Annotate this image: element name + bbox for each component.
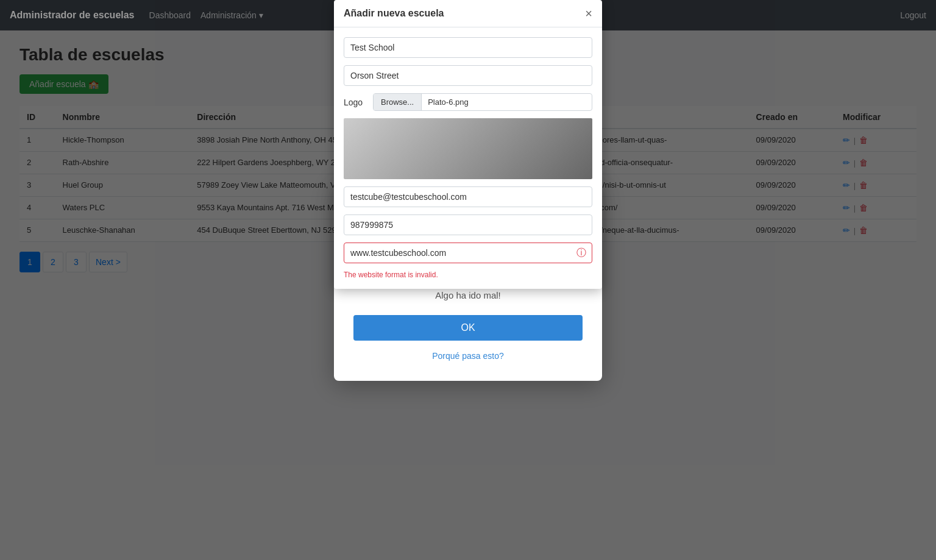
image-preview bbox=[344, 118, 592, 179]
url-error-icon: ⓘ bbox=[576, 247, 586, 260]
phone-input[interactable] bbox=[344, 214, 592, 235]
website-error-text: The website format is invalid. bbox=[344, 271, 592, 279]
logo-row: Logo Browse... Plato-6.png bbox=[344, 93, 592, 111]
phone-field bbox=[344, 214, 592, 235]
email-input[interactable] bbox=[344, 186, 592, 207]
school-name-input[interactable] bbox=[344, 37, 592, 58]
form-modal-title: Añadir nueva escuela bbox=[344, 8, 444, 19]
form-modal-close-button[interactable]: × bbox=[585, 7, 592, 19]
email-field bbox=[344, 186, 592, 207]
address-field bbox=[344, 65, 592, 86]
form-modal: Añadir nueva escuela × Logo Browse... Pl… bbox=[334, 0, 602, 289]
file-name: Plato-6.png bbox=[422, 94, 475, 110]
browse-button[interactable]: Browse... bbox=[374, 94, 422, 110]
alert-message: Algo ha ido mal! bbox=[353, 290, 583, 300]
file-input-wrapper: Browse... Plato-6.png bbox=[373, 93, 592, 111]
website-field: ⓘ bbox=[344, 243, 592, 263]
alert-why-link[interactable]: Porqué pasa esto? bbox=[432, 351, 504, 361]
form-modal-body: Logo Browse... Plato-6.png ⓘ The website… bbox=[334, 27, 602, 289]
form-modal-header: Añadir nueva escuela × bbox=[334, 0, 602, 27]
school-name-field bbox=[344, 37, 592, 58]
website-input[interactable] bbox=[344, 243, 592, 263]
alert-ok-button[interactable]: OK bbox=[353, 315, 583, 341]
address-input[interactable] bbox=[344, 65, 592, 86]
logo-label: Logo bbox=[344, 97, 368, 107]
